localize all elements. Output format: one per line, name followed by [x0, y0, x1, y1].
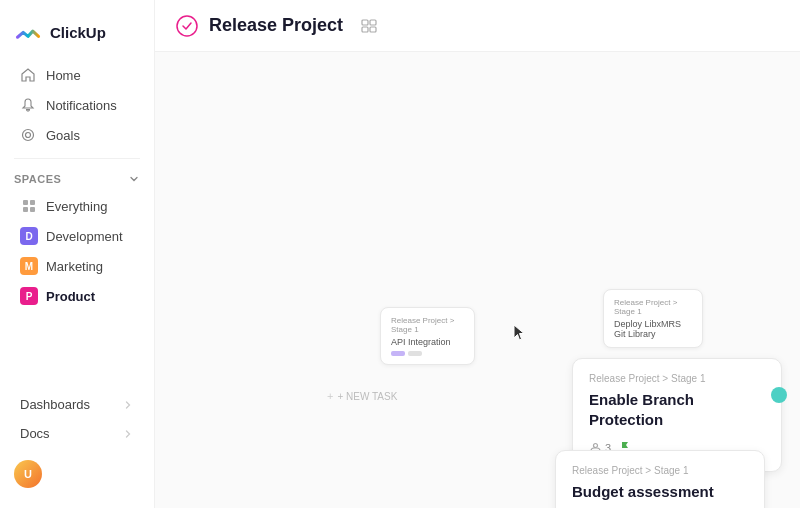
sidebar-bottom: Dashboards Docs U [0, 390, 154, 496]
svg-rect-3 [30, 200, 35, 205]
everything-label: Everything [46, 199, 107, 214]
task-card-budget-breadcrumb: Release Project > Stage 1 [572, 465, 748, 476]
bg-card-api-dots [391, 351, 464, 356]
home-icon [20, 67, 36, 83]
sidebar-item-everything[interactable]: Everything [6, 191, 148, 221]
svg-rect-4 [23, 207, 28, 212]
avatar: U [14, 460, 42, 488]
spaces-header[interactable]: Spaces [0, 167, 154, 191]
sidebar-item-product[interactable]: P Product [6, 281, 148, 311]
chevron-right-icon-docs [122, 428, 134, 440]
svg-point-6 [177, 16, 197, 36]
sidebar-item-marketing[interactable]: M Marketing [6, 251, 148, 281]
chevron-right-icon [122, 399, 134, 411]
spaces-label: Spaces [14, 173, 61, 185]
main-content: Release Project Release Project > Stage … [155, 0, 800, 508]
docs-label: Docs [20, 426, 50, 441]
svg-rect-9 [362, 27, 368, 32]
bell-icon [20, 97, 36, 113]
product-dot: P [20, 287, 38, 305]
bg-card-api: Release Project > Stage 1 API Integratio… [380, 307, 475, 365]
dashboards-label: Dashboards [20, 397, 90, 412]
task-card-branch-breadcrumb: Release Project > Stage 1 [589, 373, 765, 384]
goals-label: Goals [46, 128, 80, 143]
bg-card-deploy: Release Project > Stage 1 Deploy LibxMRS… [603, 289, 703, 348]
svg-rect-5 [30, 207, 35, 212]
svg-point-1 [26, 133, 31, 138]
sidebar-item-docs[interactable]: Docs [6, 419, 148, 448]
bg-card-api-content: API Integration [391, 337, 464, 347]
add-task-text-left: + NEW TASK [337, 391, 397, 402]
add-task-plus-left: + [327, 390, 333, 402]
view-toggle-icon[interactable] [357, 14, 381, 38]
home-label: Home [46, 68, 81, 83]
sidebar-item-goals[interactable]: Goals [6, 120, 148, 150]
project-title: Release Project [209, 15, 343, 36]
logo-text: ClickUp [50, 24, 106, 41]
clickup-logo-icon [14, 18, 42, 46]
product-label: Product [46, 289, 95, 304]
canvas-area[interactable]: Release Project > Stage 1 API Integratio… [155, 52, 800, 508]
divider [14, 158, 140, 159]
logo-area[interactable]: ClickUp [0, 12, 154, 60]
user-avatar-area[interactable]: U [0, 452, 154, 496]
project-icon [175, 14, 199, 38]
status-dot-branch [771, 387, 787, 403]
sidebar-item-development[interactable]: D Development [6, 221, 148, 251]
goals-icon [20, 127, 36, 143]
development-label: Development [46, 229, 123, 244]
sidebar-item-home[interactable]: Home [6, 60, 148, 90]
svg-rect-7 [362, 20, 368, 25]
task-card-budget[interactable]: Release Project > Stage 1 Budget assessm… [555, 450, 765, 508]
top-bar: Release Project [155, 0, 800, 52]
development-dot: D [20, 227, 38, 245]
svg-rect-10 [370, 27, 376, 32]
marketing-label: Marketing [46, 259, 103, 274]
chevron-down-icon [128, 173, 140, 185]
bg-card-deploy-title: Release Project > Stage 1 [614, 298, 692, 316]
svg-rect-8 [370, 20, 376, 25]
grid-icon [20, 197, 38, 215]
task-card-branch-title: Enable Branch Protection [589, 390, 765, 429]
task-card-budget-title: Budget assessment [572, 482, 748, 502]
mouse-cursor [513, 324, 523, 334]
add-task-label-left[interactable]: + + NEW TASK [327, 390, 397, 402]
bg-card-deploy-content: Deploy LibxMRS Git Library [614, 319, 692, 339]
bg-card-api-title: Release Project > Stage 1 [391, 316, 464, 334]
svg-point-0 [23, 130, 34, 141]
sidebar-item-notifications[interactable]: Notifications [6, 90, 148, 120]
notifications-label: Notifications [46, 98, 117, 113]
marketing-dot: M [20, 257, 38, 275]
svg-point-11 [594, 443, 598, 447]
svg-rect-2 [23, 200, 28, 205]
sidebar-item-dashboards[interactable]: Dashboards [6, 390, 148, 419]
sidebar: ClickUp Home Notifications Goals Spaces [0, 0, 155, 508]
